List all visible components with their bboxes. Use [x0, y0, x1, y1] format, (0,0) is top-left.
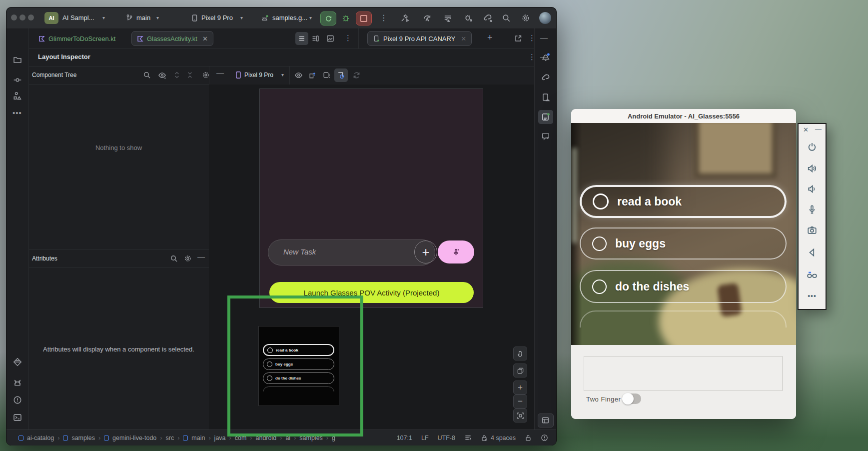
tab-glassesactivity[interactable]: GlassesActivity.kt ✕: [131, 31, 213, 46]
line-separator-widget[interactable]: LF: [421, 434, 429, 442]
indent-style-icon[interactable]: [464, 434, 472, 442]
hide-running-devices-icon[interactable]: —: [540, 33, 548, 42]
attributes-gear-icon[interactable]: [184, 254, 192, 262]
settings-gear-icon[interactable]: [521, 14, 530, 22]
hide-component-tree-icon[interactable]: —: [216, 68, 224, 77]
running-devices-options-icon[interactable]: ⋮: [528, 34, 536, 42]
inspector-device-selector[interactable]: Pixel 9 Pro: [244, 72, 273, 78]
project-folder-icon[interactable]: [13, 56, 22, 64]
gradle-sync-icon[interactable]: [483, 13, 493, 23]
breadcrumb-item[interactable]: ai-catalog: [27, 434, 54, 442]
todo-pill[interactable]: buy eggs: [580, 228, 787, 260]
user-avatar[interactable]: [539, 12, 551, 24]
preview-image-icon[interactable]: [326, 34, 334, 42]
zoom-to-fit-button[interactable]: [513, 408, 527, 422]
breadcrumb-item[interactable]: src: [166, 434, 174, 442]
inspector-view-eye-icon[interactable]: [294, 71, 303, 80]
power-icon[interactable]: [807, 142, 817, 152]
open-in-window-icon[interactable]: [514, 34, 522, 42]
todo-radio-icon[interactable]: [593, 194, 609, 210]
todo-radio-icon[interactable]: [592, 236, 607, 251]
rerun-button[interactable]: [320, 12, 336, 26]
layout-mode-icon[interactable]: [322, 71, 331, 80]
pan-mode-button[interactable]: [513, 346, 527, 360]
attach-debugger-icon[interactable]: [464, 14, 473, 22]
export-snapshot-icon[interactable]: [308, 71, 317, 80]
volume-up-icon[interactable]: [807, 164, 817, 174]
vcs-branch-widget[interactable]: main: [136, 14, 150, 22]
live-updates-toggle-button[interactable]: [334, 68, 348, 82]
stop-button[interactable]: [356, 12, 372, 26]
close-tab-icon[interactable]: ✕: [461, 35, 466, 42]
breadcrumb-item[interactable]: main: [191, 434, 205, 442]
inspections-status-icon[interactable]: [541, 434, 548, 442]
caret-position-widget[interactable]: 107:1: [397, 434, 412, 442]
refresh-icon[interactable]: [352, 71, 361, 80]
close-tab-icon[interactable]: ✕: [202, 35, 208, 42]
todo-pill[interactable]: do the dishes: [580, 270, 787, 303]
more-options-icon[interactable]: •••: [808, 292, 817, 300]
close-toolbar-icon[interactable]: ✕: [803, 126, 809, 134]
expand-all-icon[interactable]: [173, 71, 181, 79]
tree-search-icon[interactable]: [143, 71, 151, 79]
device-manager-icon[interactable]: [541, 93, 550, 102]
apply-code-changes-icon[interactable]: [443, 14, 452, 22]
zoom-window-button[interactable]: [28, 14, 34, 20]
todo-radio-icon[interactable]: [592, 280, 607, 294]
encoding-widget[interactable]: UTF-8: [438, 434, 455, 442]
zoom-in-button[interactable]: +: [513, 380, 527, 394]
running-devices-tool-button[interactable]: [538, 110, 553, 124]
minimize-toolbar-icon[interactable]: —: [815, 125, 822, 132]
more-tool-windows-icon[interactable]: •••: [12, 108, 22, 117]
microphone-icon[interactable]: [807, 204, 817, 214]
gemini-chat-icon[interactable]: [541, 132, 550, 141]
hide-layout-inspector-icon[interactable]: —: [540, 52, 548, 60]
build-hammer-icon[interactable]: [400, 14, 409, 22]
back-icon[interactable]: [807, 248, 817, 258]
mini-todo-pill[interactable]: buy eggs: [263, 358, 334, 370]
debug-icon[interactable]: [341, 14, 350, 22]
attributes-search-icon[interactable]: [170, 254, 178, 262]
todo-pill-selected[interactable]: read a book: [580, 185, 787, 218]
minimize-window-button[interactable]: [19, 14, 25, 20]
zoom-out-button[interactable]: −: [513, 394, 527, 408]
unlock-icon[interactable]: [525, 434, 532, 442]
layer-view-button[interactable]: [513, 364, 527, 378]
search-icon[interactable]: [502, 14, 511, 22]
voice-input-button[interactable]: [438, 240, 474, 264]
layout-inspector-options-icon[interactable]: ⋮: [528, 52, 536, 62]
editor-list-view-button[interactable]: [295, 32, 308, 45]
structure-icon[interactable]: [13, 92, 22, 100]
commit-icon[interactable]: [13, 76, 22, 84]
new-task-input[interactable]: New Task +: [268, 240, 435, 266]
volume-down-icon[interactable]: [807, 184, 817, 194]
breadcrumb-item[interactable]: java: [214, 434, 226, 442]
problems-icon[interactable]: [13, 396, 22, 404]
terminal-icon[interactable]: [13, 413, 22, 422]
breadcrumb-item[interactable]: samples: [71, 434, 95, 442]
run-configuration-selector[interactable]: samples.g...: [272, 14, 307, 22]
mini-todo-pill[interactable]: read a book: [263, 344, 334, 356]
project-widget[interactable]: AI Sampl...: [62, 14, 94, 22]
device-selector[interactable]: Pixel 9 Pro: [201, 14, 233, 22]
tab-glimmertodoscreen[interactable]: GlimmerToDoScreen.kt: [33, 32, 120, 46]
apply-changes-icon[interactable]: [423, 14, 432, 22]
view-options-eye-icon[interactable]: [158, 71, 166, 80]
more-run-actions-icon[interactable]: ⋮: [380, 13, 388, 22]
editor-more-options-icon[interactable]: ⋮: [344, 34, 352, 42]
layout-inspector-snapshot-button[interactable]: [538, 414, 554, 428]
camera-icon[interactable]: [807, 225, 817, 235]
add-task-button[interactable]: +: [414, 240, 437, 264]
touchpad-area[interactable]: [584, 356, 783, 391]
glasses-device-icon[interactable]: [807, 270, 818, 280]
gemini-icon[interactable]: [13, 358, 22, 366]
two-finger-toggle[interactable]: [623, 394, 641, 404]
mini-todo-pill[interactable]: do the dishes: [263, 372, 334, 384]
add-device-tab-icon[interactable]: +: [487, 32, 493, 43]
tab-running-device-pixel9pro[interactable]: Pixel 9 Pro API CANARY ✕: [367, 31, 472, 46]
indent-widget[interactable]: 4 spaces: [481, 434, 516, 442]
hide-attributes-icon[interactable]: —: [197, 252, 205, 260]
gradle-icon[interactable]: [541, 72, 551, 82]
close-window-button[interactable]: [11, 14, 17, 20]
split-editor-icon[interactable]: [311, 34, 319, 42]
